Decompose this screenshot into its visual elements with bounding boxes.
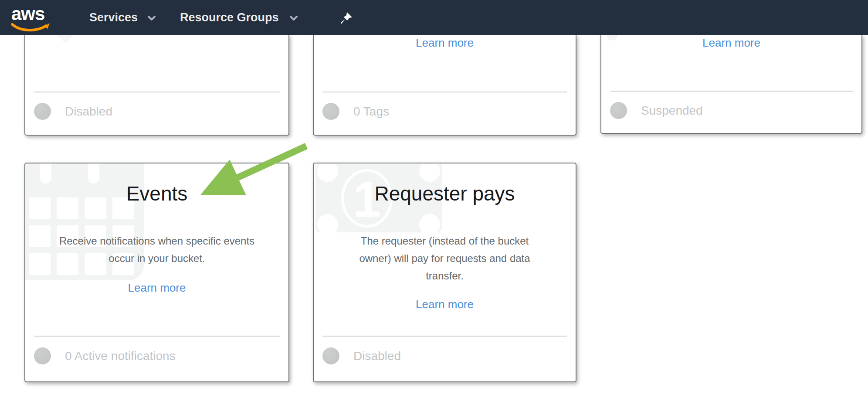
aws-smile-icon: [10, 23, 51, 33]
card-status-row: Disabled: [322, 347, 401, 364]
description-line: owner) will pay for requests and data: [314, 250, 576, 267]
status-dot-icon: [610, 102, 627, 119]
pin-icon[interactable]: [340, 10, 353, 25]
aws-logo-text: aws: [11, 3, 44, 24]
status-dot-icon: [322, 103, 339, 120]
card-status-row: 0 Active notifications: [34, 347, 176, 364]
services-chevron-down-icon[interactable]: [147, 16, 156, 21]
learn-more-link[interactable]: Learn more: [25, 281, 288, 295]
card-divider: [322, 336, 567, 337]
properties-card-top-2[interactable]: Learn more 0 Tags: [313, 35, 576, 136]
learn-more-link[interactable]: Learn more: [601, 36, 861, 50]
card-status-row: 0 Tags: [322, 103, 389, 120]
card-status-row: Disabled: [34, 103, 112, 120]
status-label: Disabled: [353, 349, 401, 363]
status-label: 0 Active notifications: [65, 349, 176, 363]
properties-card-top-3[interactable]: Learn more Suspended: [600, 35, 862, 134]
aws-top-navbar: aws Services Resource Groups: [0, 0, 868, 35]
card1-watermark-fragment: [46, 35, 85, 43]
properties-card-top-1[interactable]: Disabled: [24, 35, 289, 136]
requester-pays-card[interactable]: 1 Requester pays The requester (instead …: [313, 163, 576, 382]
green-arrow-annotation: [192, 135, 314, 201]
card-divider: [34, 336, 280, 337]
status-dot-icon: [322, 347, 339, 364]
card-description: Receive notifications when specific even…: [25, 232, 288, 267]
aws-logo[interactable]: aws: [10, 3, 52, 31]
description-line: transfer.: [314, 267, 576, 285]
status-dot-icon: [34, 347, 51, 364]
card-title: Requester pays: [314, 182, 576, 205]
card-divider: [610, 91, 853, 92]
card-description: The requester (instead of the bucket own…: [314, 232, 576, 285]
card-divider: [34, 92, 280, 92]
nav-services[interactable]: Services: [89, 0, 138, 35]
learn-more-link[interactable]: Learn more: [314, 36, 576, 50]
status-dot-icon: [34, 103, 51, 120]
resource-groups-chevron-down-icon[interactable]: [289, 16, 298, 21]
card-divider: [322, 92, 567, 92]
status-label: 0 Tags: [353, 105, 389, 119]
nav-resource-groups[interactable]: Resource Groups: [180, 0, 279, 35]
learn-more-link[interactable]: Learn more: [314, 298, 576, 311]
description-line: Receive notifications when specific even…: [25, 232, 288, 250]
s3-bucket-properties-page: aws Services Resource Groups Disabled Le…: [0, 0, 868, 415]
status-label: Disabled: [65, 105, 112, 119]
description-line: The requester (instead of the bucket: [314, 232, 576, 250]
card-status-row: Suspended: [610, 102, 703, 119]
status-label: Suspended: [641, 104, 703, 118]
description-line: occur in your bucket.: [25, 250, 288, 267]
